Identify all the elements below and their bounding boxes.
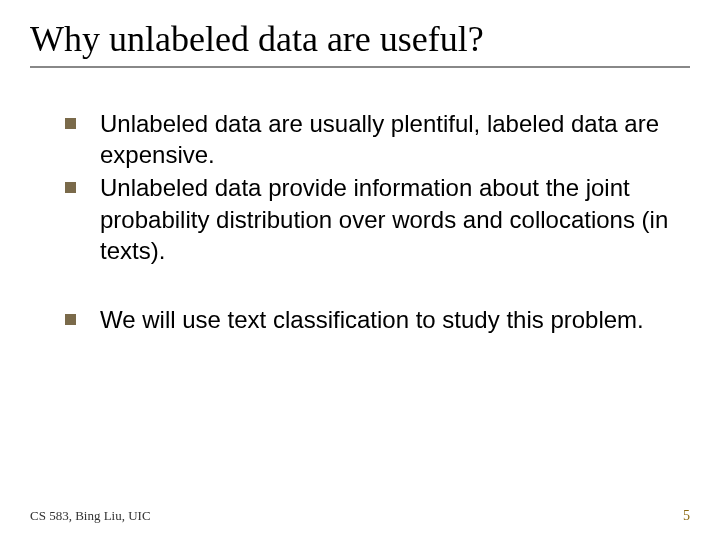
slide-title: Why unlabeled data are useful?	[30, 18, 690, 68]
bullet-icon	[65, 314, 76, 325]
list-item: We will use text classification to study…	[65, 304, 690, 335]
slide-container: Why unlabeled data are useful? Unlabeled…	[0, 0, 720, 540]
bullet-text: Unlabeled data are usually plentiful, la…	[100, 108, 690, 170]
footer: CS 583, Bing Liu, UIC 5	[30, 508, 690, 524]
page-number: 5	[683, 508, 690, 524]
footer-left-text: CS 583, Bing Liu, UIC	[30, 508, 151, 524]
content-area: Unlabeled data are usually plentiful, la…	[30, 108, 690, 335]
bullet-text: Unlabeled data provide information about…	[100, 172, 690, 266]
bullet-text: We will use text classification to study…	[100, 304, 644, 335]
bullet-group-1: Unlabeled data are usually plentiful, la…	[65, 108, 690, 266]
bullet-group-2: We will use text classification to study…	[65, 304, 690, 335]
bullet-icon	[65, 182, 76, 193]
list-item: Unlabeled data provide information about…	[65, 172, 690, 266]
list-item: Unlabeled data are usually plentiful, la…	[65, 108, 690, 170]
bullet-icon	[65, 118, 76, 129]
